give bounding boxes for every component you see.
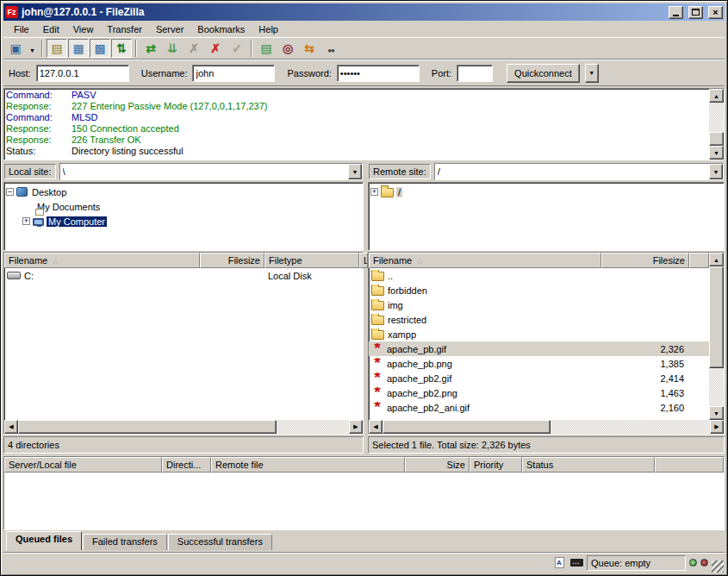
tree-item-label[interactable]: / <box>396 187 402 197</box>
tree-item-label[interactable]: My Documents <box>35 202 102 212</box>
resize-grip-icon[interactable] <box>712 560 724 573</box>
menu-item[interactable]: Transfer <box>100 22 149 36</box>
tree-item-label[interactable]: My Computer <box>47 216 107 227</box>
column-header-direction[interactable]: Directi... <box>162 457 211 473</box>
menu-item[interactable]: File <box>7 22 36 36</box>
find-files-button[interactable] <box>320 39 341 58</box>
column-header-filetype[interactable]: Filetype <box>264 253 359 268</box>
log-line-label: Command: <box>6 112 72 123</box>
scrollbar-thumb[interactable] <box>383 420 551 434</box>
scroll-right-icon[interactable]: ▶ <box>710 420 724 434</box>
scroll-left-icon[interactable]: ◀ <box>4 420 18 434</box>
quickconnect-button[interactable]: Quickconnect <box>507 64 580 83</box>
process-queue-button[interactable] <box>162 39 183 58</box>
toggle-message-log-button[interactable] <box>47 39 67 58</box>
file-row[interactable]: C: Local Disk <box>4 268 363 283</box>
scroll-up-icon[interactable]: ▲ <box>709 89 724 103</box>
quickconnect-dropdown[interactable]: ▼ <box>585 64 599 83</box>
scrollbar-thumb[interactable] <box>709 266 724 368</box>
file-row[interactable]: restricted <box>369 312 709 327</box>
column-header-remote-file[interactable]: Remote file <box>211 457 405 473</box>
remote-site-combo[interactable]: ▼ <box>434 163 724 180</box>
column-header-filesize[interactable]: Filesize <box>601 253 689 268</box>
minimize-button[interactable] <box>669 6 683 19</box>
file-row[interactable]: apache_pb2_ani.gif 2,160 <box>369 400 709 415</box>
cancel-operation-button[interactable] <box>184 39 204 58</box>
column-header-size[interactable]: Size <box>405 457 470 473</box>
scroll-left-icon[interactable]: ◀ <box>369 420 383 434</box>
refresh-button[interactable] <box>140 39 161 58</box>
file-row[interactable]: xampp <box>369 327 709 341</box>
process-queue-icon <box>167 42 177 54</box>
log-scrollbar[interactable]: ▲ ▼ <box>709 89 724 160</box>
file-row[interactable]: apache_pb2.gif 2,414 <box>369 371 709 385</box>
scroll-down-icon[interactable]: ▼ <box>709 146 724 160</box>
filter-button[interactable] <box>256 39 277 58</box>
toggle-queue-button[interactable] <box>111 39 132 58</box>
disconnect-button[interactable] <box>205 39 226 58</box>
local-site-input[interactable] <box>60 164 348 179</box>
activity-led-red <box>700 559 708 567</box>
minimize-icon <box>673 15 679 16</box>
tree-item[interactable]: − Desktop <box>6 185 363 199</box>
file-row[interactable]: forbidden <box>369 283 709 297</box>
main-panes: Local site: ▼ − Desktop <box>3 162 725 454</box>
column-header-filename[interactable]: Filename△ <box>4 253 200 268</box>
scrollbar-thumb[interactable] <box>709 132 724 146</box>
file-row[interactable]: apache_pb2.png 1,463 <box>369 385 709 400</box>
close-button[interactable]: × <box>708 6 723 19</box>
reconnect-button[interactable] <box>227 39 247 58</box>
tree-expander[interactable]: + <box>370 188 378 196</box>
toggle-local-tree-button[interactable] <box>68 39 89 58</box>
tree-item-label[interactable]: Desktop <box>30 187 68 197</box>
queue-tab[interactable]: Failed transfers <box>83 534 167 550</box>
local-site-dropdown[interactable]: ▼ <box>348 164 362 179</box>
column-header-filesize[interactable]: Filesize <box>200 253 264 268</box>
queue-tab[interactable]: Queued files <box>6 531 82 550</box>
remote-site-input[interactable] <box>435 164 709 179</box>
host-input[interactable] <box>36 65 129 82</box>
scroll-right-icon[interactable]: ▶ <box>349 420 363 434</box>
menu-item[interactable]: Bookmarks <box>190 22 252 36</box>
scroll-down-icon[interactable]: ▼ <box>709 406 724 420</box>
file-name: apache_pb2_ani.gif <box>387 403 470 413</box>
file-row[interactable]: .. <box>369 268 709 283</box>
scroll-up-icon[interactable]: ▲ <box>709 253 724 266</box>
file-row[interactable]: apache_pb.gif 2,326 <box>369 341 709 356</box>
port-input[interactable] <box>457 65 493 82</box>
column-header-filename[interactable]: Filename△ <box>369 253 601 268</box>
queue-tab[interactable]: Successful transfers <box>168 534 272 550</box>
file-name: apache_pb2.png <box>387 388 457 398</box>
menu-item[interactable]: Help <box>252 22 285 36</box>
menu-item[interactable]: View <box>66 22 101 36</box>
tree-expander[interactable]: − <box>6 188 14 196</box>
scrollbar-thumb[interactable] <box>18 420 277 434</box>
file-row[interactable]: img <box>369 297 709 312</box>
compare-directories-button[interactable] <box>277 39 298 58</box>
site-manager-dropdown[interactable] <box>27 39 38 58</box>
password-input[interactable] <box>337 65 420 82</box>
toggle-remote-tree-button[interactable] <box>90 39 110 58</box>
close-icon: × <box>712 8 718 17</box>
column-header-status[interactable]: Status <box>522 457 655 473</box>
menu-item[interactable]: Server <box>149 22 190 36</box>
menu-item[interactable]: Edit <box>36 22 66 36</box>
local-site-combo[interactable]: ▼ <box>59 163 363 180</box>
username-input[interactable] <box>192 65 275 82</box>
remote-list-vscrollbar[interactable]: ▲ ▼ <box>709 253 724 420</box>
site-manager-button[interactable] <box>5 39 26 58</box>
local-list-hscrollbar[interactable]: ◀ ▶ <box>4 420 363 434</box>
file-row[interactable]: apache_pb.png 1,385 <box>369 356 709 371</box>
synchronized-browsing-button[interactable] <box>299 39 320 58</box>
tree-expander[interactable]: + <box>22 217 30 225</box>
maximize-button[interactable] <box>688 6 703 19</box>
tree-item[interactable]: + My Computer <box>6 214 363 229</box>
queue-tabs: Queued files Failed transfers Successful… <box>3 530 725 550</box>
column-header-server-local-file[interactable]: Server/Local file <box>4 457 162 473</box>
tree-item[interactable]: My Documents <box>6 199 363 214</box>
column-header-priority[interactable]: Priority <box>470 457 522 473</box>
remote-site-dropdown[interactable]: ▼ <box>709 164 723 179</box>
remote-list-hscrollbar[interactable]: ◀ ▶ <box>369 420 724 434</box>
tree-item[interactable]: + / <box>370 185 724 199</box>
log-line: Response: 150 Connection accepted <box>6 123 709 135</box>
